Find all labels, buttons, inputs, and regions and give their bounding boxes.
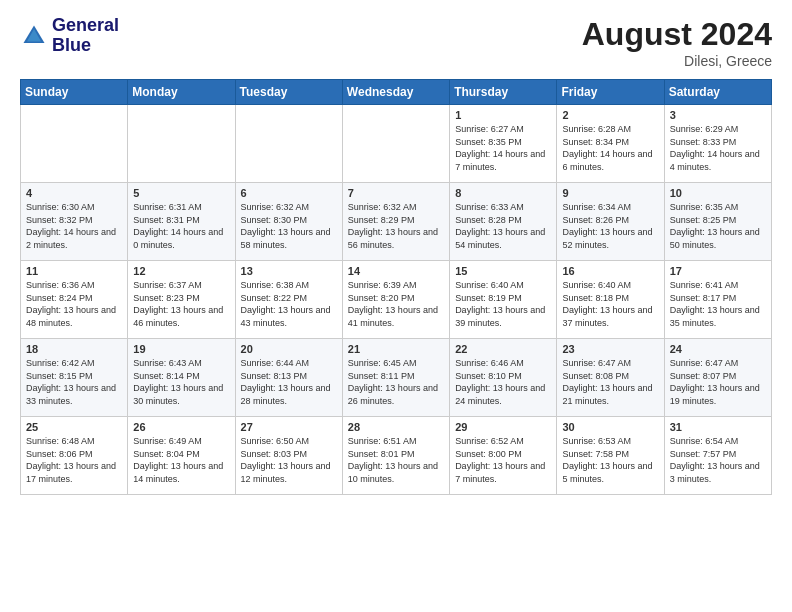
day-info: Sunrise: 6:48 AM Sunset: 8:06 PM Dayligh…: [26, 435, 122, 485]
day-cell: 19Sunrise: 6:43 AM Sunset: 8:14 PM Dayli…: [128, 339, 235, 417]
day-info: Sunrise: 6:44 AM Sunset: 8:13 PM Dayligh…: [241, 357, 337, 407]
day-cell: 15Sunrise: 6:40 AM Sunset: 8:19 PM Dayli…: [450, 261, 557, 339]
day-info: Sunrise: 6:40 AM Sunset: 8:18 PM Dayligh…: [562, 279, 658, 329]
day-number: 25: [26, 421, 122, 433]
day-info: Sunrise: 6:39 AM Sunset: 8:20 PM Dayligh…: [348, 279, 444, 329]
day-info: Sunrise: 6:40 AM Sunset: 8:19 PM Dayligh…: [455, 279, 551, 329]
day-cell: 1Sunrise: 6:27 AM Sunset: 8:35 PM Daylig…: [450, 105, 557, 183]
week-row-4: 18Sunrise: 6:42 AM Sunset: 8:15 PM Dayli…: [21, 339, 772, 417]
day-number: 26: [133, 421, 229, 433]
day-number: 30: [562, 421, 658, 433]
day-cell: 27Sunrise: 6:50 AM Sunset: 8:03 PM Dayli…: [235, 417, 342, 495]
day-cell: 23Sunrise: 6:47 AM Sunset: 8:08 PM Dayli…: [557, 339, 664, 417]
col-header-wednesday: Wednesday: [342, 80, 449, 105]
day-cell: 14Sunrise: 6:39 AM Sunset: 8:20 PM Dayli…: [342, 261, 449, 339]
day-number: 11: [26, 265, 122, 277]
day-cell: 10Sunrise: 6:35 AM Sunset: 8:25 PM Dayli…: [664, 183, 771, 261]
day-cell: [128, 105, 235, 183]
day-cell: [342, 105, 449, 183]
col-header-friday: Friday: [557, 80, 664, 105]
day-cell: 13Sunrise: 6:38 AM Sunset: 8:22 PM Dayli…: [235, 261, 342, 339]
day-info: Sunrise: 6:38 AM Sunset: 8:22 PM Dayligh…: [241, 279, 337, 329]
day-number: 22: [455, 343, 551, 355]
logo-line1: General: [52, 16, 119, 36]
day-info: Sunrise: 6:37 AM Sunset: 8:23 PM Dayligh…: [133, 279, 229, 329]
week-row-3: 11Sunrise: 6:36 AM Sunset: 8:24 PM Dayli…: [21, 261, 772, 339]
logo-text: General Blue: [52, 16, 119, 56]
day-info: Sunrise: 6:31 AM Sunset: 8:31 PM Dayligh…: [133, 201, 229, 251]
day-number: 16: [562, 265, 658, 277]
day-cell: 4Sunrise: 6:30 AM Sunset: 8:32 PM Daylig…: [21, 183, 128, 261]
day-info: Sunrise: 6:32 AM Sunset: 8:29 PM Dayligh…: [348, 201, 444, 251]
day-number: 31: [670, 421, 766, 433]
day-number: 19: [133, 343, 229, 355]
day-info: Sunrise: 6:47 AM Sunset: 8:08 PM Dayligh…: [562, 357, 658, 407]
day-number: 18: [26, 343, 122, 355]
day-cell: 30Sunrise: 6:53 AM Sunset: 7:58 PM Dayli…: [557, 417, 664, 495]
day-cell: 26Sunrise: 6:49 AM Sunset: 8:04 PM Dayli…: [128, 417, 235, 495]
day-cell: 17Sunrise: 6:41 AM Sunset: 8:17 PM Dayli…: [664, 261, 771, 339]
day-cell: 12Sunrise: 6:37 AM Sunset: 8:23 PM Dayli…: [128, 261, 235, 339]
day-cell: 7Sunrise: 6:32 AM Sunset: 8:29 PM Daylig…: [342, 183, 449, 261]
day-number: 27: [241, 421, 337, 433]
day-info: Sunrise: 6:35 AM Sunset: 8:25 PM Dayligh…: [670, 201, 766, 251]
day-info: Sunrise: 6:46 AM Sunset: 8:10 PM Dayligh…: [455, 357, 551, 407]
col-header-monday: Monday: [128, 80, 235, 105]
page: General Blue August 2024 Dilesi, Greece …: [0, 0, 792, 612]
day-number: 14: [348, 265, 444, 277]
day-info: Sunrise: 6:52 AM Sunset: 8:00 PM Dayligh…: [455, 435, 551, 485]
month-year: August 2024: [582, 16, 772, 53]
day-number: 28: [348, 421, 444, 433]
day-number: 3: [670, 109, 766, 121]
col-header-sunday: Sunday: [21, 80, 128, 105]
day-info: Sunrise: 6:29 AM Sunset: 8:33 PM Dayligh…: [670, 123, 766, 173]
day-number: 1: [455, 109, 551, 121]
logo: General Blue: [20, 16, 119, 56]
day-cell: 31Sunrise: 6:54 AM Sunset: 7:57 PM Dayli…: [664, 417, 771, 495]
week-row-2: 4Sunrise: 6:30 AM Sunset: 8:32 PM Daylig…: [21, 183, 772, 261]
location: Dilesi, Greece: [582, 53, 772, 69]
day-cell: 2Sunrise: 6:28 AM Sunset: 8:34 PM Daylig…: [557, 105, 664, 183]
day-cell: 11Sunrise: 6:36 AM Sunset: 8:24 PM Dayli…: [21, 261, 128, 339]
day-info: Sunrise: 6:45 AM Sunset: 8:11 PM Dayligh…: [348, 357, 444, 407]
day-cell: 16Sunrise: 6:40 AM Sunset: 8:18 PM Dayli…: [557, 261, 664, 339]
day-number: 20: [241, 343, 337, 355]
day-cell: 9Sunrise: 6:34 AM Sunset: 8:26 PM Daylig…: [557, 183, 664, 261]
day-info: Sunrise: 6:32 AM Sunset: 8:30 PM Dayligh…: [241, 201, 337, 251]
day-info: Sunrise: 6:43 AM Sunset: 8:14 PM Dayligh…: [133, 357, 229, 407]
calendar-table: SundayMondayTuesdayWednesdayThursdayFrid…: [20, 79, 772, 495]
day-number: 17: [670, 265, 766, 277]
day-cell: [235, 105, 342, 183]
day-info: Sunrise: 6:47 AM Sunset: 8:07 PM Dayligh…: [670, 357, 766, 407]
day-cell: 25Sunrise: 6:48 AM Sunset: 8:06 PM Dayli…: [21, 417, 128, 495]
day-cell: 5Sunrise: 6:31 AM Sunset: 8:31 PM Daylig…: [128, 183, 235, 261]
day-number: 4: [26, 187, 122, 199]
day-number: 2: [562, 109, 658, 121]
day-number: 12: [133, 265, 229, 277]
day-number: 8: [455, 187, 551, 199]
day-info: Sunrise: 6:49 AM Sunset: 8:04 PM Dayligh…: [133, 435, 229, 485]
day-number: 15: [455, 265, 551, 277]
day-info: Sunrise: 6:41 AM Sunset: 8:17 PM Dayligh…: [670, 279, 766, 329]
day-number: 7: [348, 187, 444, 199]
day-cell: 20Sunrise: 6:44 AM Sunset: 8:13 PM Dayli…: [235, 339, 342, 417]
day-number: 10: [670, 187, 766, 199]
day-info: Sunrise: 6:50 AM Sunset: 8:03 PM Dayligh…: [241, 435, 337, 485]
col-header-tuesday: Tuesday: [235, 80, 342, 105]
col-header-saturday: Saturday: [664, 80, 771, 105]
logo-line2: Blue: [52, 36, 119, 56]
header-row: SundayMondayTuesdayWednesdayThursdayFrid…: [21, 80, 772, 105]
week-row-5: 25Sunrise: 6:48 AM Sunset: 8:06 PM Dayli…: [21, 417, 772, 495]
day-cell: 21Sunrise: 6:45 AM Sunset: 8:11 PM Dayli…: [342, 339, 449, 417]
week-row-1: 1Sunrise: 6:27 AM Sunset: 8:35 PM Daylig…: [21, 105, 772, 183]
day-info: Sunrise: 6:54 AM Sunset: 7:57 PM Dayligh…: [670, 435, 766, 485]
day-number: 24: [670, 343, 766, 355]
day-info: Sunrise: 6:53 AM Sunset: 7:58 PM Dayligh…: [562, 435, 658, 485]
day-number: 9: [562, 187, 658, 199]
day-cell: 18Sunrise: 6:42 AM Sunset: 8:15 PM Dayli…: [21, 339, 128, 417]
day-number: 13: [241, 265, 337, 277]
day-cell: 22Sunrise: 6:46 AM Sunset: 8:10 PM Dayli…: [450, 339, 557, 417]
day-info: Sunrise: 6:33 AM Sunset: 8:28 PM Dayligh…: [455, 201, 551, 251]
day-info: Sunrise: 6:28 AM Sunset: 8:34 PM Dayligh…: [562, 123, 658, 173]
col-header-thursday: Thursday: [450, 80, 557, 105]
